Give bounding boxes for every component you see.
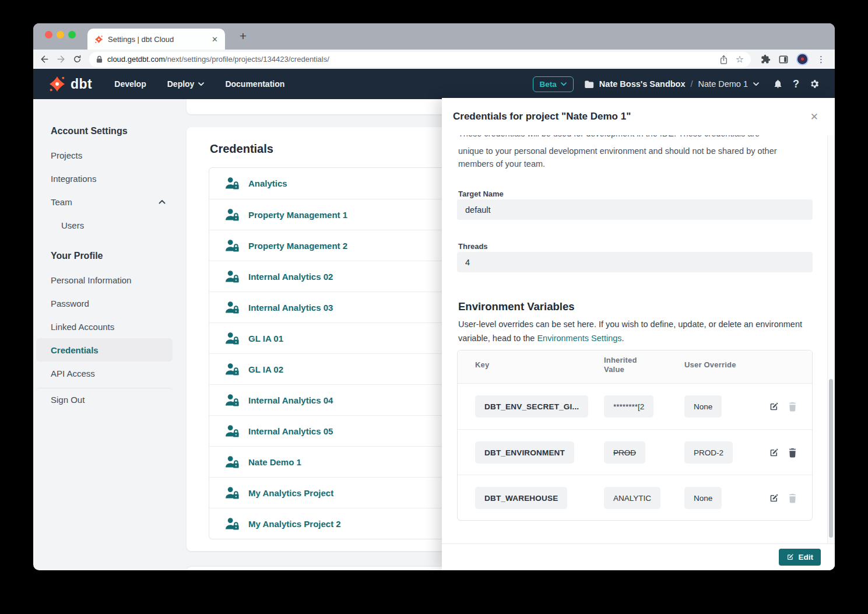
user-lock-icon	[225, 208, 240, 222]
dbt-wordmark: dbt	[71, 76, 92, 92]
topnav-item[interactable]: Develop	[114, 79, 146, 89]
env-var-inherited-value: ANALYTIC	[604, 487, 660, 509]
credential-project-name[interactable]: My Analytics Project 2	[248, 519, 341, 529]
forward-icon[interactable]	[57, 55, 65, 64]
sidebar-item[interactable]: Linked Accounts	[36, 315, 173, 338]
profile-avatar[interactable]	[796, 53, 809, 65]
credentials-card-title: Credentials	[210, 142, 273, 156]
back-icon[interactable]	[40, 55, 49, 64]
credential-project-name[interactable]: My Analytics Project	[248, 488, 333, 498]
user-lock-icon	[225, 332, 240, 345]
edit-button[interactable]: Edit	[779, 549, 821, 566]
share-icon[interactable]	[720, 55, 728, 64]
traffic-light-zoom[interactable]	[68, 31, 76, 38]
close-icon[interactable]: ✕	[810, 111, 818, 123]
env-var-user-override: None	[684, 487, 722, 509]
browser-tab[interactable]: Settings | dbt Cloud ✕	[87, 29, 225, 50]
drawer-scroll-area: These credentials will be used for devel…	[442, 135, 835, 543]
credential-project-name[interactable]: GL IA 02	[248, 364, 283, 374]
tab-close-icon[interactable]: ✕	[212, 35, 218, 44]
side-panel-icon[interactable]	[779, 55, 788, 64]
target-name-input[interactable]	[457, 199, 813, 220]
env-var-user-override: None	[684, 395, 722, 417]
drawer-scrollbar-thumb[interactable]	[829, 379, 833, 538]
env-var-row: DBT_ENV_SECRET_GI... ********[2 None	[458, 384, 812, 429]
credential-project-name[interactable]: Analytics	[248, 178, 287, 188]
reload-icon[interactable]	[73, 55, 82, 64]
sidebar-item[interactable]: Credentials	[36, 338, 173, 362]
credential-project-name[interactable]: Internal Analytics 03	[248, 303, 333, 313]
notifications-bell-icon[interactable]	[773, 79, 783, 89]
column-inherited-value: Inherited Value	[604, 356, 640, 374]
trash-icon[interactable]	[788, 493, 797, 503]
sidebar-section-heading: Account Settings	[51, 126, 173, 136]
sidebar-item[interactable]: Team	[36, 190, 173, 213]
dbt-top-nav: dbt Develop Deploy Documentation	[33, 69, 835, 99]
drawer-scrollbar-track[interactable]	[827, 135, 835, 543]
user-lock-icon	[225, 486, 240, 500]
screenshot-canvas: Settings | dbt Cloud ✕ + cloud.getdbt.co…	[0, 0, 868, 614]
extensions-puzzle-icon[interactable]	[761, 54, 771, 64]
url-bar[interactable]: cloud.getdbt.com/next/settings/profile/p…	[89, 52, 751, 67]
env-var-key: DBT_ENVIRONMENT	[475, 441, 574, 464]
topnav-item[interactable]: Documentation	[225, 79, 284, 89]
threads-input[interactable]	[457, 252, 813, 272]
breadcrumb-separator: /	[691, 79, 693, 89]
dbt-favicon	[94, 35, 103, 44]
topnav-item[interactable]: Deploy	[167, 79, 205, 89]
sidebar-item[interactable]: Projects	[36, 143, 173, 167]
drawer-footer: Edit	[442, 543, 835, 570]
user-lock-icon	[225, 394, 240, 407]
credential-project-name[interactable]: GL IA 01	[248, 334, 283, 343]
edit-pencil-icon[interactable]	[769, 402, 779, 412]
env-var-key: DBT_WAREHOUSE	[475, 487, 567, 509]
target-name-label: Target Name	[458, 190, 504, 198]
credential-project-name[interactable]: Property Management 2	[248, 241, 347, 251]
edit-pencil-icon[interactable]	[769, 493, 779, 503]
folder-icon	[584, 80, 594, 89]
env-var-key: DBT_ENV_SECRET_GI...	[475, 395, 588, 417]
sidebar-item[interactable]: Sign Out	[36, 388, 173, 411]
sidebar-item[interactable]: Integrations	[36, 167, 173, 190]
settings-sidebar: Account Settings Projects Integrations	[33, 99, 187, 570]
bookmark-star-icon[interactable]: ☆	[736, 54, 744, 65]
credential-project-name[interactable]: Internal Analytics 02	[248, 272, 333, 282]
breadcrumb[interactable]: Nate Boss's Sandbox / Nate Demo 1	[584, 79, 759, 89]
column-user-override: User Override	[684, 360, 736, 369]
user-lock-icon	[225, 239, 240, 252]
credential-project-name[interactable]: Internal Analytics 05	[248, 426, 333, 436]
user-lock-icon	[225, 363, 240, 376]
sidebar-item[interactable]: Personal Information	[36, 268, 173, 292]
edit-pencil-icon	[786, 553, 794, 561]
trash-icon[interactable]	[788, 448, 797, 458]
credential-project-name[interactable]: Internal Analytics 04	[248, 395, 333, 405]
credential-project-name[interactable]: Property Management 1	[248, 210, 347, 220]
chrome-menu-icon[interactable]: ⋮	[817, 54, 825, 65]
env-var-row: DBT_WAREHOUSE ANALYTIC None	[458, 475, 812, 520]
breadcrumb-project[interactable]: Nate Demo 1	[698, 79, 748, 89]
clipped-text-line: These credentials will be used for devel…	[458, 135, 808, 141]
help-icon[interactable]: ?	[793, 78, 799, 90]
sidebar-item[interactable]: API Access	[36, 362, 173, 385]
trash-icon[interactable]	[788, 402, 797, 412]
sidebar-item[interactable]: Users	[36, 213, 173, 237]
new-tab-button[interactable]: +	[235, 29, 251, 43]
traffic-light-close[interactable]	[45, 31, 52, 38]
beta-badge[interactable]: Beta	[533, 76, 574, 92]
credential-project-name[interactable]: Nate Demo 1	[248, 457, 301, 467]
chevron-up-icon[interactable]	[159, 199, 166, 204]
breadcrumb-account[interactable]: Nate Boss's Sandbox	[599, 79, 686, 89]
tab-title: Settings | dbt Cloud	[108, 35, 207, 44]
drawer-header: Credentials for project "Nate Demo 1" ✕	[442, 98, 835, 135]
environments-settings-link[interactable]: Environments Settings	[537, 334, 621, 343]
user-lock-icon	[225, 177, 240, 190]
sidebar-item[interactable]: Password	[36, 292, 173, 315]
credentials-description: unique to your personal development envi…	[458, 145, 813, 170]
traffic-light-minimize[interactable]	[57, 31, 64, 38]
environment-variables-heading: Environment Variables	[458, 300, 574, 313]
edit-pencil-icon[interactable]	[769, 448, 779, 458]
user-lock-icon	[225, 270, 240, 283]
gear-icon[interactable]	[809, 79, 820, 89]
browser-toolbar: cloud.getdbt.com/next/settings/profile/p…	[33, 50, 835, 69]
dbt-logo[interactable]: dbt	[48, 75, 92, 93]
